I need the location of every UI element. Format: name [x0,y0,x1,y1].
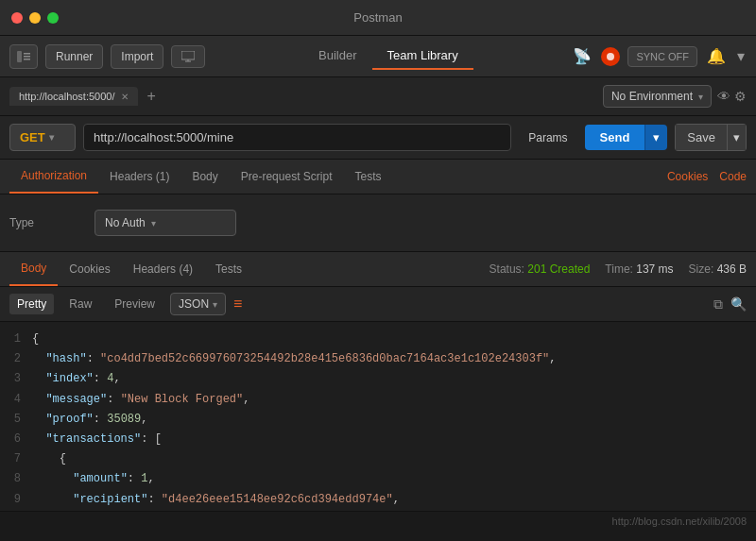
code-line-3: 3 "index": 4, [0,369,756,389]
format-selector[interactable]: JSON ▾ [170,293,226,315]
chevron-down-icon: ▾ [698,92,703,102]
auth-type-value: No Auth [105,216,146,229]
save-button[interactable]: Save [675,124,727,151]
new-tab-icon [181,51,195,62]
traffic-lights [11,12,59,24]
svg-point-7 [607,53,614,60]
resp-tab-headers[interactable]: Headers (4) [122,253,204,285]
cookies-link[interactable]: Cookies [667,170,708,183]
auth-section: Type No Auth ▾ [0,194,756,252]
tab-tests[interactable]: Tests [343,161,392,193]
import-label: Import [121,50,153,63]
team-library-tab[interactable]: Team Library [372,42,473,70]
footer: http://blog.csdn.net/xilib/2008 [0,511,756,531]
code-line-6: 6 "transactions": [ [0,430,756,449]
code-line-8: 8 "amount": 1, [0,469,756,489]
status-label: Status: [490,262,524,276]
fmt-tab-pretty[interactable]: Pretty [9,294,54,314]
sidebar-icon [17,51,30,62]
svg-rect-1 [24,53,30,55]
bell-icon[interactable]: 🔔 [705,45,728,67]
response-tabs-bar: Body Cookies Headers (4) Tests Status: 2… [0,252,756,287]
tab-headers[interactable]: Headers (1) [98,161,180,193]
code-line-9: 9 "recipient": "d4ee26eee15148ee92c6cd39… [0,490,756,510]
svg-rect-0 [17,51,22,62]
tab-close-button[interactable]: ✕ [121,92,129,102]
auth-type-selector[interactable]: No Auth ▾ [94,210,236,236]
maximize-button[interactable] [47,12,59,24]
copy-icon[interactable]: ⧉ [713,296,723,313]
footer-link: http://blog.csdn.net/xilib/2008 [612,516,747,527]
code-line-2: 2 "hash": "co4dd7bed52c669976073254492b2… [0,349,756,369]
save-button-group: Save ▾ [675,124,747,151]
format-bar: Pretty Raw Preview JSON ▾ ≡ ⧉ 🔍 [0,287,756,322]
record-icon[interactable] [601,47,620,66]
chevron-down-icon: ▾ [151,218,156,228]
format-value: JSON [179,297,209,311]
toolbar-right: 📡 SYNC OFF 🔔 ▾ [571,45,747,67]
runner-label: Runner [56,50,93,63]
resp-tab-cookies[interactable]: Cookies [58,253,121,285]
code-line-4: 4 "message": "New Block Forged", [0,390,756,410]
environment-selector[interactable]: No Environment ▾ [603,85,712,108]
size-value: 436 B [717,262,747,276]
code-line-1: 1 { [0,330,756,349]
add-tab-button[interactable]: + [144,88,160,105]
env-label: No Environment [611,90,693,103]
tab-right-links: Cookies Code [667,170,747,183]
request-tabs: Authorization Headers (1) Body Pre-reque… [0,160,756,194]
import-button[interactable]: Import [111,44,163,69]
chevron-down-icon: ▾ [213,299,217,310]
title-bar: Postman [0,0,756,36]
svg-rect-3 [24,59,30,60]
builder-tab[interactable]: Builder [303,42,371,70]
method-selector[interactable]: GET ▾ [9,124,76,151]
size-label: Size: [689,262,714,276]
runner-button[interactable]: Runner [45,44,103,69]
save-dropdown-button[interactable]: ▾ [727,124,747,151]
method-label: GET [20,130,45,144]
code-line-5: 5 "proof": 35089, [0,410,756,430]
params-button[interactable]: Params [519,126,576,150]
fmt-tab-preview[interactable]: Preview [107,294,163,314]
gear-icon[interactable]: ⚙ [734,89,747,104]
satellite-icon[interactable]: 📡 [571,45,593,67]
toolbar: Runner Import Builder Team Library 📡 SYN… [0,36,756,77]
url-input[interactable] [83,124,511,151]
tab-body[interactable]: Body [180,161,229,193]
new-tab-button[interactable] [171,45,205,68]
resp-tab-tests[interactable]: Tests [204,253,253,285]
resp-tab-body[interactable]: Body [9,252,58,286]
url-tab[interactable]: http://localhost:5000/ ✕ [9,87,138,106]
sidebar-toggle-button[interactable] [9,44,38,69]
response-status: Status: 201 Created Time: 137 ms Size: 4… [490,262,747,276]
main-nav: Builder Team Library [213,42,563,70]
send-dropdown-button[interactable]: ▾ [644,125,667,150]
svg-rect-2 [24,56,30,58]
address-bar: http://localhost:5000/ ✕ + No Environmen… [0,77,756,116]
code-area: 1 { 2 "hash": "co4dd7bed52c6699760732544… [0,322,756,511]
tab-pre-request-script[interactable]: Pre-request Script [230,161,344,193]
window-title: Postman [353,10,402,25]
tab-url: http://localhost:5000/ [19,91,115,102]
chevron-down-icon[interactable]: ▾ [735,45,747,67]
sync-button[interactable]: SYNC OFF [627,46,697,67]
close-button[interactable] [11,12,23,24]
fmt-tab-raw[interactable]: Raw [61,294,99,314]
auth-type-label: Type [9,216,85,229]
format-right-actions: ⧉ 🔍 [713,296,747,313]
code-line-7: 7 { [0,449,756,469]
send-button[interactable]: Send [585,125,645,150]
env-actions: 👁 ⚙ [717,89,747,104]
beautify-icon[interactable]: ≡ [233,296,242,313]
sync-label: SYNC OFF [636,51,689,62]
code-link[interactable]: Code [719,170,747,183]
search-icon[interactable]: 🔍 [730,296,747,313]
minimize-button[interactable] [29,12,41,24]
chevron-down-icon: ▾ [49,132,54,143]
time-value: 137 ms [636,262,673,276]
status-code: 201 Created [527,262,590,276]
request-bar: GET ▾ Params Send ▾ Save ▾ [0,116,756,160]
tab-authorization[interactable]: Authorization [9,160,98,194]
eye-icon[interactable]: 👁 [717,89,730,104]
